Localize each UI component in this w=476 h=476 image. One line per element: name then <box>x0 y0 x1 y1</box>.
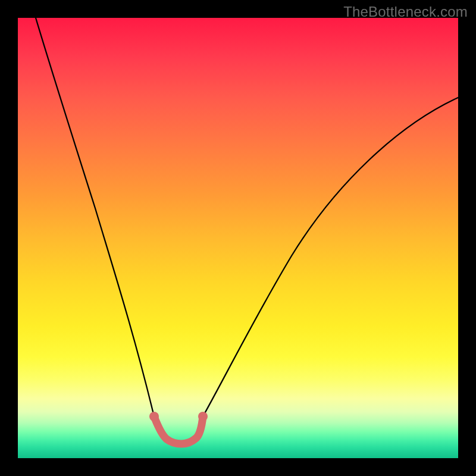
watermark-text: TheBottleneck.com <box>343 4 468 20</box>
valley-endpoint-left <box>149 412 159 421</box>
plot-area <box>18 18 458 458</box>
valley-highlight <box>154 416 203 444</box>
right-curve <box>203 98 458 416</box>
valley-endpoint-right <box>198 412 208 421</box>
chart-frame: TheBottleneck.com <box>0 0 476 476</box>
left-curve <box>36 18 154 416</box>
curve-layer <box>18 18 458 458</box>
